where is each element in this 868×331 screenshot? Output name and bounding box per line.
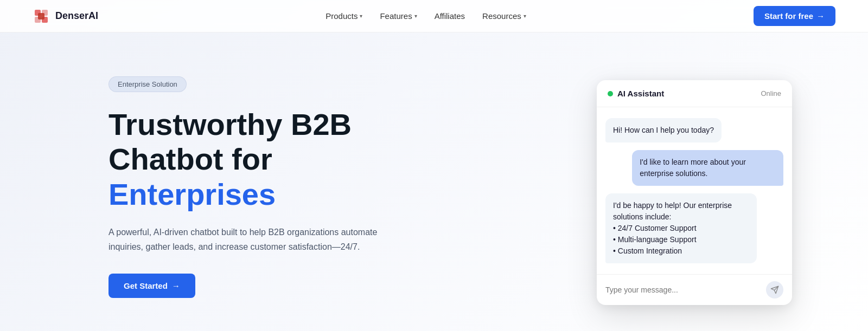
- chat-online-status: Online: [761, 89, 781, 98]
- online-status-dot: [608, 91, 613, 96]
- logo-text: DenserAI: [55, 10, 98, 22]
- products-chevron-icon: ▾: [360, 13, 362, 19]
- chat-header: AI Assistant Online: [597, 80, 792, 107]
- hero-badge: Enterprise Solution: [108, 76, 187, 92]
- chat-header-left: AI Assistant: [608, 89, 664, 98]
- hero-title: Trustworthy B2B Chatbot for Enterprises: [108, 107, 423, 212]
- chat-assistant-name: AI Assistant: [617, 89, 664, 98]
- hero-content: Enterprise Solution Trustworthy B2B Chat…: [108, 76, 423, 298]
- svg-rect-4: [38, 13, 44, 20]
- features-chevron-icon: ▾: [414, 13, 417, 19]
- message-2: I'd like to learn more about your enterp…: [632, 150, 783, 186]
- logo-icon: [33, 8, 50, 25]
- hero-arrow-icon: →: [172, 281, 180, 290]
- nav-item-affiliates[interactable]: Affiliates: [428, 8, 471, 24]
- send-icon: [770, 285, 779, 294]
- message-1: Hi! How can I help you today?: [605, 118, 722, 142]
- hero-section: Enterprise Solution Trustworthy B2B Chat…: [0, 33, 868, 331]
- nav-links: Products ▾ Features ▾ Affiliates Resourc…: [319, 8, 533, 24]
- start-for-free-button[interactable]: Start for free →: [754, 6, 835, 26]
- nav-item-features[interactable]: Features ▾: [373, 8, 423, 24]
- chat-messages: Hi! How can I help you today? I'd like t…: [597, 107, 792, 274]
- nav-item-resources[interactable]: Resources ▾: [476, 8, 533, 24]
- chat-input[interactable]: [605, 285, 761, 294]
- chat-widget: AI Assistant Online Hi! How can I help y…: [597, 80, 792, 305]
- cta-arrow-icon: →: [816, 11, 825, 21]
- chat-input-area: [597, 274, 792, 305]
- navbar: DenserAI Products ▾ Features ▾ Affiliate…: [0, 0, 868, 33]
- logo-link[interactable]: DenserAI: [33, 8, 98, 25]
- hero-title-line2-plain: Chatbot for: [108, 142, 272, 176]
- message-3: I'd be happy to help! Our enterprise sol…: [605, 193, 757, 263]
- resources-link[interactable]: Resources ▾: [476, 8, 533, 24]
- hero-title-highlight: Enterprises: [108, 177, 276, 211]
- get-started-button[interactable]: Get Started →: [108, 274, 195, 298]
- send-button[interactable]: [766, 281, 783, 298]
- products-link[interactable]: Products ▾: [319, 8, 369, 24]
- affiliates-link[interactable]: Affiliates: [428, 8, 471, 24]
- nav-item-products[interactable]: Products ▾: [319, 8, 369, 24]
- features-link[interactable]: Features ▾: [373, 8, 423, 24]
- hero-subtitle: A powerful, AI-driven chatbot built to h…: [108, 225, 380, 254]
- resources-chevron-icon: ▾: [524, 13, 526, 19]
